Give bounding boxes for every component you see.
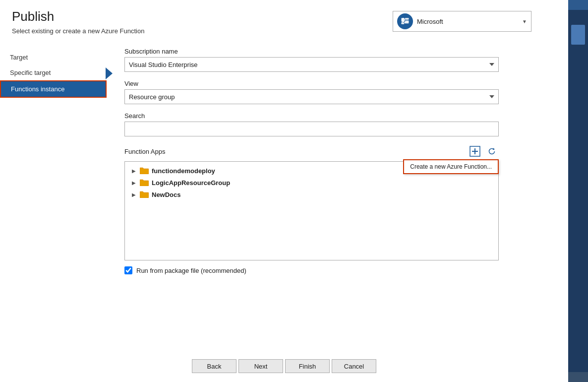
page-subtitle: Select existing or create a new Azure Fu… <box>12 27 144 35</box>
add-function-button[interactable] <box>468 144 482 158</box>
footer-buttons: Back Next Finish Cancel <box>0 351 568 382</box>
nav-label-target: Target <box>10 54 28 61</box>
tree-item-label-3: NewDocs <box>152 191 181 198</box>
function-apps-section: Function Apps <box>124 144 556 260</box>
folder-icon-2 <box>140 179 149 186</box>
tree-item-3[interactable]: ▶ NewDocs <box>125 189 498 200</box>
scrollbar-thumb[interactable] <box>571 25 585 45</box>
expand-icon-1: ▶ <box>130 167 138 175</box>
tree-item-2[interactable]: ▶ LogicAppResourceGroup <box>125 177 498 189</box>
function-apps-label: Function Apps <box>124 148 165 155</box>
subscription-select[interactable]: Visual Studio Enterprise <box>124 57 499 72</box>
header: Publish Select existing or create a new … <box>0 0 568 40</box>
right-sidebar <box>568 0 588 382</box>
sidebar-scrollbar-area <box>568 10 588 372</box>
run-from-package-label: Run from package file (recommended) <box>136 267 246 274</box>
subscription-label: Subscription name <box>124 48 556 55</box>
checkbox-row: Run from package file (recommended) <box>124 266 556 274</box>
dialog: Publish Select existing or create a new … <box>0 0 568 382</box>
account-icon <box>397 13 413 29</box>
sidebar-top-bar <box>568 0 588 10</box>
function-apps-tree[interactable]: ▶ functiondemodeploy ▶ <box>124 161 499 260</box>
finish-button[interactable]: Finish <box>285 359 330 373</box>
nav-arrow-icon <box>106 67 113 79</box>
tooltip-text: Create a new Azure Function... <box>410 163 492 170</box>
tree-item-label-2: LogicAppResourceGroup <box>152 179 230 187</box>
function-apps-header: Function Apps <box>124 144 499 158</box>
nav-item-functions-instance[interactable]: Functions instance <box>0 80 107 98</box>
search-input[interactable] <box>124 122 499 136</box>
left-nav: Target Specific target Functions instanc… <box>0 40 107 351</box>
search-label: Search <box>124 112 556 120</box>
folder-icon-1 <box>140 167 149 174</box>
nav-label-functions-instance: Functions instance <box>11 85 64 93</box>
search-group: Search <box>124 112 556 136</box>
next-button[interactable]: Next <box>238 359 283 373</box>
create-function-tooltip: Create a new Azure Function... <box>403 159 499 174</box>
refresh-icon <box>487 147 496 156</box>
account-name: Microsoft <box>417 18 518 25</box>
tree-item-label-1: functiondemodeploy <box>152 167 215 175</box>
subscription-group: Subscription name Visual Studio Enterpri… <box>124 48 556 72</box>
nav-arrow-container <box>106 40 113 351</box>
nav-label-specific-target: Specific target <box>10 69 51 76</box>
function-apps-actions: Create a new Azure Function... <box>468 144 499 158</box>
cancel-button[interactable]: Cancel <box>332 359 376 373</box>
folder-icon-3 <box>140 191 149 198</box>
expand-icon-3: ▶ <box>130 191 138 198</box>
account-dropdown-icon: ▼ <box>522 19 527 24</box>
account-selector[interactable]: Microsoft ▼ <box>393 11 531 32</box>
right-panel: Subscription name Visual Studio Enterpri… <box>113 40 568 351</box>
plus-icon <box>470 146 480 157</box>
run-from-package-checkbox[interactable] <box>124 266 132 274</box>
page-title: Publish <box>12 9 144 24</box>
main-container: Publish Select existing or create a new … <box>0 0 588 382</box>
back-button[interactable]: Back <box>192 359 236 373</box>
refresh-button[interactable] <box>485 144 499 158</box>
view-label: View <box>124 80 556 87</box>
view-group: View Resource group <box>124 80 556 104</box>
nav-item-specific-target[interactable]: Specific target <box>0 65 107 80</box>
view-select[interactable]: Resource group <box>124 89 499 104</box>
sidebar-bottom <box>568 372 588 382</box>
content-area: Target Specific target Functions instanc… <box>0 40 568 351</box>
nav-item-target[interactable]: Target <box>0 50 107 65</box>
expand-icon-2: ▶ <box>130 179 138 187</box>
svg-rect-1 <box>405 18 409 19</box>
svg-rect-2 <box>405 20 409 23</box>
